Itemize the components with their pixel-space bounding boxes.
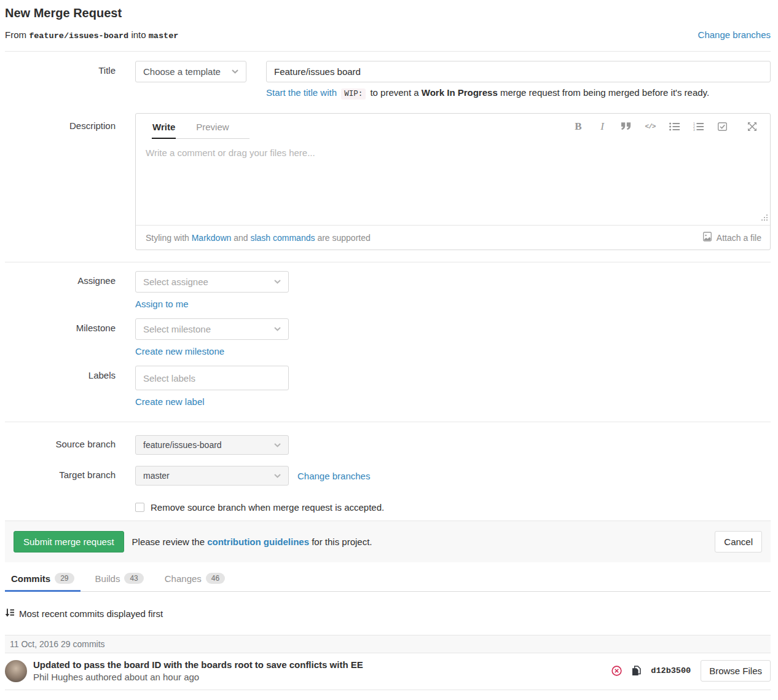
review-note-pre: Please review the (132, 537, 205, 547)
changes-count-badge: 46 (206, 573, 225, 584)
template-dropdown-value: Choose a template (143, 66, 221, 77)
divider (5, 422, 771, 422)
copy-sha-icon[interactable] (632, 666, 641, 676)
tab-builds[interactable]: Builds 43 (89, 566, 150, 591)
title-input[interactable] (266, 61, 771, 82)
milestone-dropdown[interactable]: Select milestone (135, 318, 289, 340)
page-title: New Merge Request (5, 6, 771, 20)
from-label: From (5, 29, 26, 40)
description-label: Description (5, 113, 116, 131)
attach-file-icon (702, 232, 712, 243)
create-label-link[interactable]: Create new label (135, 396, 205, 407)
avatar[interactable] (5, 660, 27, 682)
resize-grip-icon[interactable] (761, 213, 768, 223)
tab-commits[interactable]: Commits 29 (5, 566, 81, 591)
code-icon[interactable]: </> (641, 119, 659, 135)
and-text: and (234, 233, 248, 243)
submit-merge-request-button[interactable]: Submit merge request (14, 531, 124, 553)
tab-builds-label: Builds (95, 573, 120, 584)
divider (5, 262, 771, 262)
bold-icon[interactable]: B (569, 119, 587, 135)
commit-date-header: 11 Oct, 2016 29 commits (5, 635, 771, 653)
list-numbered-icon[interactable]: 123 (689, 119, 707, 135)
task-list-icon[interactable] (713, 119, 731, 135)
wip-hint-rest: merge request from being merged before i… (500, 87, 709, 98)
list-bulleted-icon[interactable] (665, 119, 683, 135)
remove-source-checkbox[interactable] (135, 503, 144, 512)
chevron-down-icon (274, 443, 281, 447)
target-branch-dropdown[interactable]: master (135, 466, 289, 486)
styling-with-text: Styling with (146, 233, 189, 243)
fullscreen-icon[interactable] (743, 119, 761, 135)
attach-file-label: Attach a file (717, 233, 761, 243)
description-placeholder: Write a comment or drag your files here.… (146, 147, 315, 158)
into-label: into (131, 29, 146, 40)
tab-write[interactable]: Write (152, 114, 176, 138)
target-branch-dropdown-value: master (143, 471, 170, 481)
commit-row: Updated to pass the board ID with the bo… (5, 653, 771, 690)
chevron-down-icon (274, 327, 281, 331)
review-note-post: for this project. (312, 537, 372, 547)
slash-commands-link[interactable]: slash commands (250, 233, 315, 243)
supported-text: are supported (317, 233, 370, 243)
assignee-row: Assignee Select assignee Assign to me (5, 271, 771, 309)
commit-title-link[interactable]: Updated to pass the board ID with the bo… (33, 659, 363, 670)
description-textarea[interactable]: Write a comment or drag your files here.… (136, 139, 770, 225)
commit-sha[interactable]: d12b3500 (651, 666, 691, 675)
assign-to-me-link[interactable]: Assign to me (135, 299, 189, 309)
cancel-button[interactable]: Cancel (715, 531, 762, 553)
commit-meta: Phil Hughes authored about an hour ago (33, 672, 363, 682)
labels-input[interactable]: Select labels (135, 366, 289, 390)
milestone-label: Milestone (5, 318, 116, 333)
description-row: Description Write Preview B I </> (5, 113, 771, 250)
source-branch-label: Source branch (5, 435, 116, 449)
tab-changes[interactable]: Changes 46 (159, 566, 231, 591)
wip-hint: Start the title with WIP: to prevent a W… (266, 87, 771, 98)
commits-sort-note: Most recent commits displayed first (5, 608, 771, 619)
markdown-header: Write Preview B I </> (136, 114, 770, 139)
tab-commits-label: Commits (11, 573, 50, 584)
wip-hint-bold: Work In Progress (422, 87, 498, 98)
template-dropdown[interactable]: Choose a template (135, 61, 246, 82)
contribution-guidelines-link[interactable]: contribution guidelines (207, 537, 309, 547)
browse-files-button[interactable]: Browse Files (701, 660, 771, 682)
labels-input-placeholder: Select labels (143, 373, 195, 383)
tab-preview[interactable]: Preview (195, 114, 229, 138)
assignee-dropdown[interactable]: Select assignee (135, 271, 289, 293)
title-label: Title (5, 61, 116, 76)
source-branch-name: feature/issues-board (29, 31, 128, 41)
merge-request-tabs: Commits 29 Builds 43 Changes 46 (5, 566, 771, 592)
markdown-tabs: Write Preview (152, 114, 250, 139)
source-branch-row: Source branch feature/issues-board (5, 435, 771, 455)
review-note: Please review the contribution guideline… (132, 537, 372, 547)
sort-descending-icon (5, 608, 14, 619)
tab-changes-label: Changes (165, 573, 202, 584)
change-branches-link[interactable]: Change branches (698, 29, 771, 40)
attach-file-button[interactable]: Attach a file (702, 232, 761, 243)
title-row: Title Choose a template (5, 61, 771, 82)
chevron-down-icon (274, 280, 281, 284)
branch-summary: From feature/issues-board into master Ch… (5, 29, 771, 41)
markdown-link[interactable]: Markdown (192, 233, 232, 243)
markdown-support-note: Styling with Markdown and slash commands… (146, 233, 371, 243)
italic-icon[interactable]: I (593, 119, 611, 135)
markdown-editor: Write Preview B I </> (135, 113, 771, 250)
labels-label: Labels (5, 366, 116, 380)
milestone-row: Milestone Select milestone Create new mi… (5, 318, 771, 356)
form-actions: Submit merge request Please review the c… (5, 521, 771, 562)
target-branch-row: Target branch master Change branches (5, 466, 771, 486)
wip-hint-mid: to prevent a (370, 87, 418, 98)
ci-failed-icon[interactable] (611, 666, 622, 676)
change-branches-inline-link[interactable]: Change branches (297, 471, 370, 481)
assignee-label: Assignee (5, 271, 116, 286)
chevron-down-icon (274, 474, 281, 478)
quote-icon[interactable] (617, 119, 635, 135)
commit-info: Updated to pass the board ID with the bo… (33, 659, 363, 682)
assignee-dropdown-value: Select assignee (143, 277, 208, 287)
commit-actions: d12b3500 Browse Files (611, 660, 771, 682)
source-branch-dropdown[interactable]: feature/issues-board (135, 435, 289, 455)
create-milestone-link[interactable]: Create new milestone (135, 346, 224, 356)
branch-summary-text: From feature/issues-board into master (5, 29, 178, 41)
labels-row: Labels Select labels Create new label (5, 366, 771, 407)
wip-hint-link[interactable]: Start the title with (266, 87, 337, 98)
